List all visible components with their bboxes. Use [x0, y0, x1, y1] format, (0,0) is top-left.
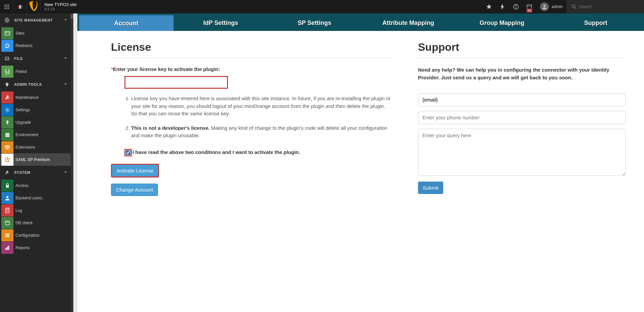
- svg-rect-0: [4, 4, 6, 6]
- site-version: 9.5.23: [44, 7, 77, 11]
- svg-rect-8: [8, 8, 9, 9]
- cache-flash-icon[interactable]: [496, 0, 509, 13]
- svg-rect-7: [6, 8, 7, 9]
- topbar-left: New TYPO3 site 9.5.23: [0, 0, 81, 13]
- topbar-search[interactable]: [567, 0, 644, 13]
- avatar-icon: [540, 2, 549, 11]
- calendar-icon[interactable]: 31: [523, 0, 536, 13]
- username: admin: [552, 4, 563, 9]
- search-input[interactable]: [579, 4, 630, 9]
- svg-rect-4: [6, 6, 7, 7]
- svg-rect-5: [8, 6, 9, 7]
- help-icon[interactable]: [509, 0, 523, 13]
- svg-rect-2: [8, 4, 9, 6]
- svg-rect-6: [4, 8, 6, 9]
- typo3-logo-icon[interactable]: [27, 0, 40, 13]
- svg-line-14: [575, 7, 576, 9]
- calendar-badge: 31: [527, 9, 532, 12]
- flag-icon[interactable]: [13, 0, 27, 13]
- bookmark-icon[interactable]: [482, 0, 496, 13]
- site-name: New TYPO3 site: [44, 2, 77, 7]
- svg-rect-1: [6, 4, 7, 6]
- topbar: New TYPO3 site 9.5.23 31 admin: [0, 0, 644, 13]
- topbar-user[interactable]: admin: [536, 0, 567, 13]
- svg-rect-3: [4, 6, 6, 7]
- search-icon: [572, 4, 576, 9]
- topbar-right: 31 admin: [482, 0, 644, 13]
- svg-point-12: [543, 5, 545, 7]
- svg-point-13: [572, 5, 575, 8]
- topbar-site-info[interactable]: New TYPO3 site 9.5.23: [40, 2, 81, 12]
- apps-grid-icon[interactable]: [0, 0, 13, 13]
